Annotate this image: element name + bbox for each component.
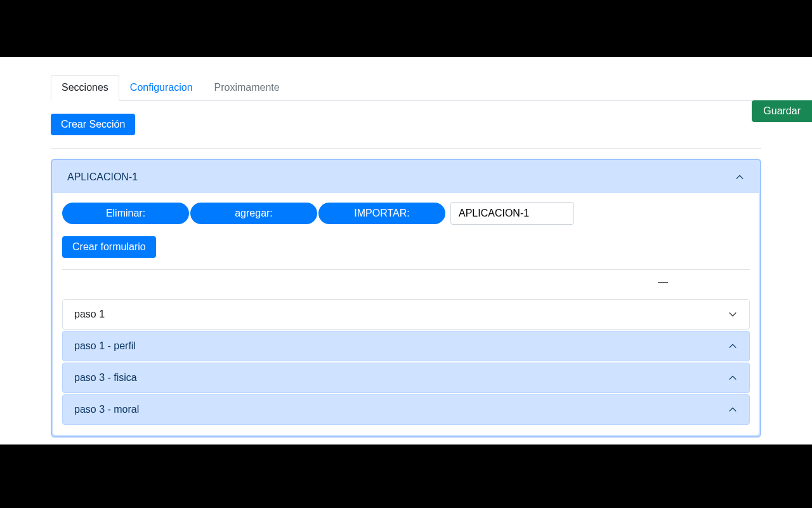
chevron-up-icon: [728, 373, 738, 383]
section-action-group: Eliminar: agregar: IMPORTAR:: [62, 202, 750, 225]
tab-secciones[interactable]: Secciones: [51, 75, 119, 101]
form-item-label: paso 3 - moral: [74, 404, 139, 415]
chevron-up-icon: [735, 172, 745, 182]
form-item: paso 3 - fisica: [62, 363, 750, 393]
chevron-up-icon: [728, 404, 738, 415]
tab-proximamente[interactable]: Proximamente: [204, 75, 291, 100]
section-title: APLICACION-1: [67, 171, 138, 183]
form-item-header[interactable]: paso 3 - fisica: [63, 363, 749, 392]
tab-configuracion[interactable]: Configuracion: [119, 75, 204, 100]
tabs-nav: Secciones Configuracion Proximamente: [51, 75, 761, 101]
form-item-label: paso 1 - perfil: [74, 340, 136, 352]
chevron-up-icon: [728, 341, 738, 351]
create-form-button[interactable]: Crear formulario: [62, 236, 156, 258]
chevron-down-icon: [728, 309, 738, 319]
section-accordion: APLICACION-1 Eliminar: agregar: IMPORTAR…: [51, 159, 761, 438]
save-button[interactable]: Guardar: [752, 100, 812, 122]
dash-indicator: —: [62, 276, 750, 288]
form-item: paso 1: [62, 299, 750, 330]
create-section-button[interactable]: Crear Sección: [51, 114, 135, 135]
form-item-header[interactable]: paso 3 - moral: [63, 395, 749, 424]
eliminar-button[interactable]: Eliminar:: [62, 203, 189, 224]
section-accordion-header[interactable]: APLICACION-1: [53, 161, 759, 193]
importar-button[interactable]: IMPORTAR:: [318, 203, 445, 224]
form-item-header[interactable]: paso 1: [63, 300, 749, 329]
forms-list: paso 1 paso 1 - perfil: [62, 299, 750, 425]
form-item: paso 1 - perfil: [62, 331, 750, 361]
form-item-label: paso 3 - fisica: [74, 372, 137, 384]
form-item-label: paso 1: [74, 309, 105, 320]
form-item: paso 3 - moral: [62, 394, 750, 425]
agregar-button[interactable]: agregar:: [190, 203, 317, 224]
section-name-input[interactable]: [450, 202, 574, 225]
form-item-header[interactable]: paso 1 - perfil: [63, 331, 749, 361]
